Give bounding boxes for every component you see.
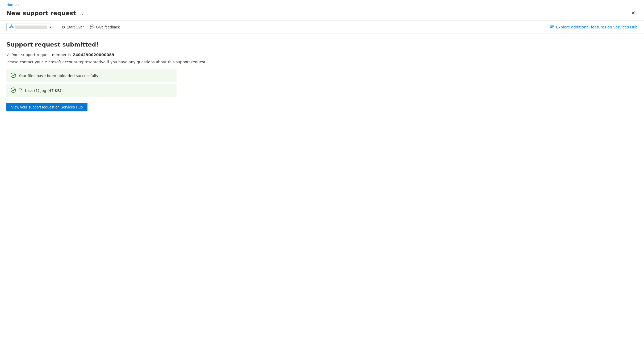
- file-success-icon: [11, 87, 16, 94]
- main-content: Support request submitted! ✓ Your suppor…: [0, 34, 644, 119]
- file-attachment-icon: [19, 88, 22, 93]
- more-options-button[interactable]: ...: [78, 10, 86, 16]
- close-button[interactable]: ✕: [629, 9, 638, 17]
- request-number-row: ✓ Your support request number is 2404290…: [6, 52, 638, 57]
- page-title: New support request: [6, 10, 76, 16]
- svg-point-9: [93, 26, 93, 27]
- success-heading: Support request submitted!: [6, 41, 638, 48]
- svg-rect-1: [10, 27, 11, 28]
- request-number: 2404290020000089: [73, 53, 114, 57]
- give-feedback-button[interactable]: Give feedback: [87, 23, 123, 31]
- start-over-label: Start Over: [67, 25, 84, 29]
- svg-point-14: [11, 88, 16, 93]
- file-upload-box: task (1).jpg (47 KB): [6, 84, 177, 97]
- start-over-button[interactable]: ↺ Start Over: [58, 23, 87, 31]
- svg-rect-12: [550, 27, 553, 28]
- upload-success-text: Your files have been uploaded successful…: [19, 74, 98, 78]
- breadcrumb-separator: ›: [18, 3, 19, 7]
- checkmark-icon: ✓: [6, 52, 10, 57]
- svg-rect-10: [550, 26, 554, 26]
- start-over-icon: ↺: [62, 25, 65, 30]
- explore-label: Explore additional features on Services …: [556, 25, 638, 29]
- svg-point-8: [92, 26, 93, 27]
- svg-rect-0: [11, 25, 12, 26]
- view-support-request-button[interactable]: View your support request on Services Hu…: [6, 103, 87, 111]
- feedback-icon: [90, 24, 94, 30]
- give-feedback-label: Give feedback: [96, 25, 120, 29]
- file-name-text: task (1).jpg (47 KB): [25, 89, 61, 93]
- section-selector[interactable]: ▾: [6, 23, 54, 31]
- request-prefix: Your support request number is: [12, 53, 70, 57]
- contact-info: Please contact your Microsoft account re…: [6, 60, 638, 64]
- breadcrumb: Home ›: [0, 0, 644, 8]
- svg-rect-11: [550, 27, 554, 27]
- explore-icon: [550, 24, 554, 30]
- svg-rect-2: [12, 27, 13, 28]
- upload-success-box: Your files have been uploaded successful…: [6, 69, 177, 82]
- breadcrumb-home[interactable]: Home: [6, 3, 16, 7]
- svg-point-13: [11, 73, 16, 78]
- chevron-down-icon: ▾: [50, 25, 51, 29]
- upload-success-icon: [11, 73, 16, 79]
- svg-point-7: [91, 26, 92, 27]
- org-icon: [9, 24, 14, 30]
- selector-text-placeholder: [15, 26, 47, 29]
- page-header: New support request ... ✕: [0, 8, 644, 20]
- explore-services-hub[interactable]: Explore additional features on Services …: [550, 24, 638, 30]
- toolbar: ▾ ↺ Start Over Give feedback Explore add…: [0, 20, 644, 34]
